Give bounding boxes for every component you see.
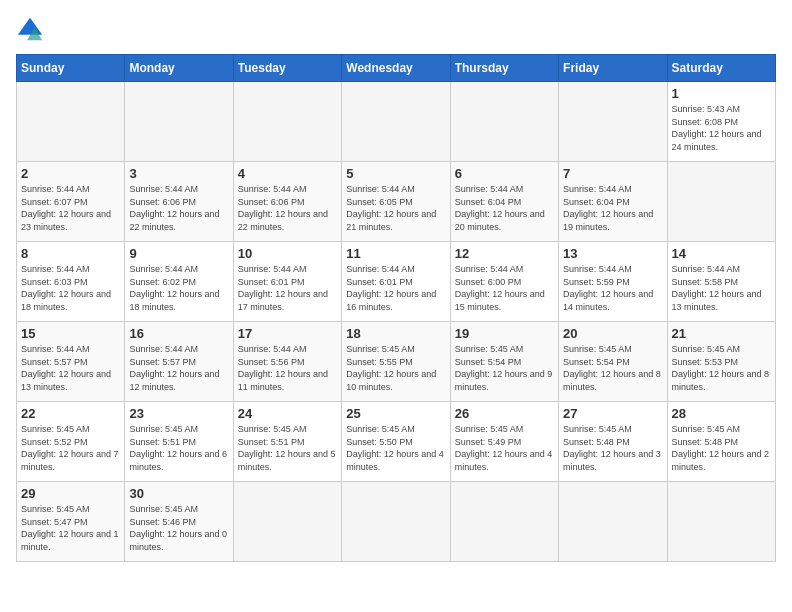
calendar-cell: 14Sunrise: 5:44 AM Sunset: 5:58 PM Dayli… (667, 242, 775, 322)
calendar-cell: 11Sunrise: 5:44 AM Sunset: 6:01 PM Dayli… (342, 242, 450, 322)
cell-info: Sunrise: 5:45 AM Sunset: 5:48 PM Dayligh… (563, 423, 662, 473)
day-number: 28 (672, 406, 771, 421)
calendar-body: 1Sunrise: 5:43 AM Sunset: 6:08 PM Daylig… (17, 82, 776, 562)
cell-info: Sunrise: 5:44 AM Sunset: 6:02 PM Dayligh… (129, 263, 228, 313)
calendar-cell: 21Sunrise: 5:45 AM Sunset: 5:53 PM Dayli… (667, 322, 775, 402)
svg-marker-0 (18, 18, 42, 35)
calendar-cell: 8Sunrise: 5:44 AM Sunset: 6:03 PM Daylig… (17, 242, 125, 322)
day-number: 18 (346, 326, 445, 341)
cell-info: Sunrise: 5:44 AM Sunset: 6:04 PM Dayligh… (455, 183, 554, 233)
calendar-cell (342, 482, 450, 562)
day-number: 9 (129, 246, 228, 261)
cell-info: Sunrise: 5:45 AM Sunset: 5:55 PM Dayligh… (346, 343, 445, 393)
calendar-cell: 7Sunrise: 5:44 AM Sunset: 6:04 PM Daylig… (559, 162, 667, 242)
cell-info: Sunrise: 5:44 AM Sunset: 6:06 PM Dayligh… (238, 183, 337, 233)
calendar-cell: 30Sunrise: 5:45 AM Sunset: 5:46 PM Dayli… (125, 482, 233, 562)
cell-info: Sunrise: 5:45 AM Sunset: 5:54 PM Dayligh… (563, 343, 662, 393)
calendar-cell: 4Sunrise: 5:44 AM Sunset: 6:06 PM Daylig… (233, 162, 341, 242)
cell-info: Sunrise: 5:45 AM Sunset: 5:51 PM Dayligh… (238, 423, 337, 473)
cell-info: Sunrise: 5:44 AM Sunset: 5:57 PM Dayligh… (21, 343, 120, 393)
calendar-cell: 6Sunrise: 5:44 AM Sunset: 6:04 PM Daylig… (450, 162, 558, 242)
cell-info: Sunrise: 5:45 AM Sunset: 5:53 PM Dayligh… (672, 343, 771, 393)
calendar-cell: 22Sunrise: 5:45 AM Sunset: 5:52 PM Dayli… (17, 402, 125, 482)
day-number: 27 (563, 406, 662, 421)
day-number: 30 (129, 486, 228, 501)
cell-info: Sunrise: 5:45 AM Sunset: 5:51 PM Dayligh… (129, 423, 228, 473)
day-number: 8 (21, 246, 120, 261)
cell-info: Sunrise: 5:44 AM Sunset: 6:07 PM Dayligh… (21, 183, 120, 233)
cell-info: Sunrise: 5:44 AM Sunset: 6:04 PM Dayligh… (563, 183, 662, 233)
calendar-cell-empty (667, 162, 775, 242)
cell-info: Sunrise: 5:44 AM Sunset: 6:00 PM Dayligh… (455, 263, 554, 313)
day-number: 12 (455, 246, 554, 261)
cell-info: Sunrise: 5:44 AM Sunset: 6:06 PM Dayligh… (129, 183, 228, 233)
day-number: 4 (238, 166, 337, 181)
calendar-week-2: 8Sunrise: 5:44 AM Sunset: 6:03 PM Daylig… (17, 242, 776, 322)
calendar-cell (559, 82, 667, 162)
calendar-header-sunday: Sunday (17, 55, 125, 82)
calendar-cell (17, 82, 125, 162)
day-number: 26 (455, 406, 554, 421)
calendar-cell: 23Sunrise: 5:45 AM Sunset: 5:51 PM Dayli… (125, 402, 233, 482)
day-number: 15 (21, 326, 120, 341)
cell-info: Sunrise: 5:44 AM Sunset: 6:05 PM Dayligh… (346, 183, 445, 233)
calendar-cell (450, 82, 558, 162)
calendar-table: SundayMondayTuesdayWednesdayThursdayFrid… (16, 54, 776, 562)
day-number: 13 (563, 246, 662, 261)
calendar-cell: 12Sunrise: 5:44 AM Sunset: 6:00 PM Dayli… (450, 242, 558, 322)
calendar-cell: 26Sunrise: 5:45 AM Sunset: 5:49 PM Dayli… (450, 402, 558, 482)
day-number: 3 (129, 166, 228, 181)
calendar-cell: 1Sunrise: 5:43 AM Sunset: 6:08 PM Daylig… (667, 82, 775, 162)
calendar-header-thursday: Thursday (450, 55, 558, 82)
calendar-cell: 10Sunrise: 5:44 AM Sunset: 6:01 PM Dayli… (233, 242, 341, 322)
cell-info: Sunrise: 5:43 AM Sunset: 6:08 PM Dayligh… (672, 103, 771, 153)
day-number: 14 (672, 246, 771, 261)
cell-info: Sunrise: 5:44 AM Sunset: 5:58 PM Dayligh… (672, 263, 771, 313)
calendar-cell (450, 482, 558, 562)
calendar-cell (125, 82, 233, 162)
day-number: 6 (455, 166, 554, 181)
cell-info: Sunrise: 5:44 AM Sunset: 5:59 PM Dayligh… (563, 263, 662, 313)
calendar-cell: 25Sunrise: 5:45 AM Sunset: 5:50 PM Dayli… (342, 402, 450, 482)
logo-icon (16, 16, 44, 44)
calendar-cell: 18Sunrise: 5:45 AM Sunset: 5:55 PM Dayli… (342, 322, 450, 402)
calendar-week-5: 29Sunrise: 5:45 AM Sunset: 5:47 PM Dayli… (17, 482, 776, 562)
calendar-cell (667, 482, 775, 562)
cell-info: Sunrise: 5:44 AM Sunset: 6:03 PM Dayligh… (21, 263, 120, 313)
calendar-cell: 2Sunrise: 5:44 AM Sunset: 6:07 PM Daylig… (17, 162, 125, 242)
cell-info: Sunrise: 5:45 AM Sunset: 5:49 PM Dayligh… (455, 423, 554, 473)
day-number: 24 (238, 406, 337, 421)
calendar-cell: 27Sunrise: 5:45 AM Sunset: 5:48 PM Dayli… (559, 402, 667, 482)
calendar-week-1: 2Sunrise: 5:44 AM Sunset: 6:07 PM Daylig… (17, 162, 776, 242)
calendar-week-0: 1Sunrise: 5:43 AM Sunset: 6:08 PM Daylig… (17, 82, 776, 162)
calendar-cell (233, 482, 341, 562)
calendar-cell: 13Sunrise: 5:44 AM Sunset: 5:59 PM Dayli… (559, 242, 667, 322)
cell-info: Sunrise: 5:44 AM Sunset: 5:56 PM Dayligh… (238, 343, 337, 393)
day-number: 2 (21, 166, 120, 181)
calendar-cell: 20Sunrise: 5:45 AM Sunset: 5:54 PM Dayli… (559, 322, 667, 402)
calendar-cell: 15Sunrise: 5:44 AM Sunset: 5:57 PM Dayli… (17, 322, 125, 402)
calendar-cell: 9Sunrise: 5:44 AM Sunset: 6:02 PM Daylig… (125, 242, 233, 322)
day-number: 21 (672, 326, 771, 341)
day-number: 1 (672, 86, 771, 101)
header (16, 16, 776, 44)
calendar-header-monday: Monday (125, 55, 233, 82)
calendar-header-row: SundayMondayTuesdayWednesdayThursdayFrid… (17, 55, 776, 82)
day-number: 5 (346, 166, 445, 181)
calendar-week-3: 15Sunrise: 5:44 AM Sunset: 5:57 PM Dayli… (17, 322, 776, 402)
cell-info: Sunrise: 5:45 AM Sunset: 5:48 PM Dayligh… (672, 423, 771, 473)
cell-info: Sunrise: 5:45 AM Sunset: 5:50 PM Dayligh… (346, 423, 445, 473)
calendar-cell: 24Sunrise: 5:45 AM Sunset: 5:51 PM Dayli… (233, 402, 341, 482)
day-number: 19 (455, 326, 554, 341)
day-number: 23 (129, 406, 228, 421)
calendar-header-wednesday: Wednesday (342, 55, 450, 82)
calendar-cell: 19Sunrise: 5:45 AM Sunset: 5:54 PM Dayli… (450, 322, 558, 402)
calendar-cell: 3Sunrise: 5:44 AM Sunset: 6:06 PM Daylig… (125, 162, 233, 242)
calendar-cell: 29Sunrise: 5:45 AM Sunset: 5:47 PM Dayli… (17, 482, 125, 562)
day-number: 16 (129, 326, 228, 341)
calendar-cell (559, 482, 667, 562)
cell-info: Sunrise: 5:45 AM Sunset: 5:46 PM Dayligh… (129, 503, 228, 553)
calendar-week-4: 22Sunrise: 5:45 AM Sunset: 5:52 PM Dayli… (17, 402, 776, 482)
calendar-cell (233, 82, 341, 162)
calendar-cell: 16Sunrise: 5:44 AM Sunset: 5:57 PM Dayli… (125, 322, 233, 402)
